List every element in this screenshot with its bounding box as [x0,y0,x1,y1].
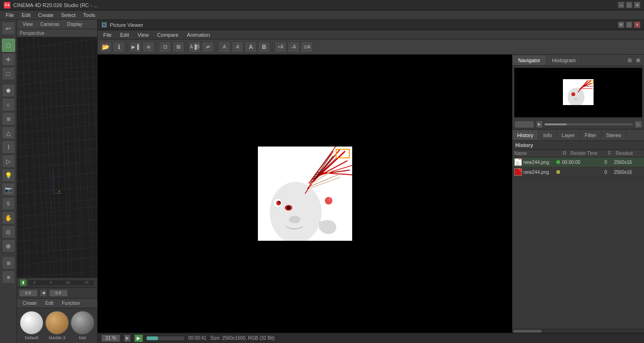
pv-region1-btn[interactable]: ⊡ [159,41,171,53]
display-tab[interactable]: Display [63,21,86,28]
pv-menu-file[interactable]: File [99,31,116,39]
window-controls: ─ □ ✕ [618,2,640,8]
menu-edit[interactable]: Edit [18,11,34,19]
materials-list: Default Marble 3 Mat [17,308,97,343]
history-tab[interactable]: History [512,131,538,140]
svg-rect-38 [515,169,522,176]
pv-ab-btn[interactable]: A▐B [189,41,201,53]
pv-compare-btn[interactable]: ⊕ [142,41,155,53]
prev-frame-btn[interactable]: ◀ [40,289,47,297]
mat-function-tab[interactable]: Function [58,300,83,307]
pv-menu-compare[interactable]: Compare [153,31,182,39]
pv-swap-btn[interactable]: ⇌ [202,41,214,53]
zoom-step-btn[interactable] [536,121,543,128]
menu-select[interactable]: Select [58,11,80,19]
pv-close-btn[interactable]: ✕ [634,22,640,28]
menu-tools[interactable]: Tools [79,11,99,19]
timeline-track[interactable]: 0 5 10 15 [28,280,94,286]
pv-layout-btn[interactable]: ⊟ [618,22,624,28]
pv-open-btn[interactable]: 📂 [99,41,112,53]
view-tab[interactable]: View [19,21,37,28]
play-button[interactable]: ▶ [134,335,143,342]
pv-maximize-btn[interactable]: □ [626,22,632,28]
svg-point-32 [571,92,575,96]
stereo-tab[interactable]: Stereo [602,131,627,140]
cube-tool-btn[interactable]: ⬟ [2,84,15,97]
undo-icon[interactable]: ↩ [2,22,15,35]
pv-zoom-step[interactable] [124,335,131,342]
frame-end-input[interactable] [49,289,68,297]
history-row-1[interactable]: new244.png 00:00:00 0 2560x16 [512,157,644,167]
menu-create[interactable]: Create [34,11,58,19]
material-marble[interactable]: Marble 3 [45,311,69,340]
scene-tool-btn[interactable]: ⊙ [2,225,15,238]
pv-char-b-btn[interactable]: B [258,41,270,53]
pv-region2-btn[interactable]: ⊠ [172,41,184,53]
col-resolution-header: Resoluti [616,151,642,156]
panel-expand-btn[interactable]: ⊞ [635,57,642,64]
zoom-end-btn[interactable]: ▷ [635,121,642,128]
timeline-btn[interactable]: ⊗ [2,270,15,284]
marble-label: Marble 3 [49,335,65,340]
pv-zoom-in-btn[interactable]: +A [274,41,287,53]
sky-tool-btn[interactable]: S [2,197,15,210]
history-title-bar: History [512,141,644,150]
move-tool-btn[interactable]: ✛ [2,53,15,66]
cameras-tab[interactable]: Cameras [37,21,64,28]
light-tool-btn[interactable]: 💡 [2,169,15,182]
close-button[interactable]: ✕ [634,2,640,8]
pv-canvas[interactable] [98,55,512,333]
navigator-tab[interactable]: Navigator [512,56,546,65]
history-row-2[interactable]: new244.png 0 2560x16 [512,167,644,177]
3d-viewport[interactable] [17,37,97,278]
material-default[interactable]: Default [20,311,43,340]
pv-time-display: 00:00:41 [188,335,206,341]
right-panel-scrollbar[interactable] [512,329,644,333]
layers-btn[interactable]: ⊞ [2,256,15,270]
title-bar-left: C4 CINEMA 4D R20.026 Studio (RC - ... [4,2,98,8]
pv-zoom-input[interactable] [101,335,120,342]
panel-split-btn[interactable]: ⊟ [626,57,634,64]
pv-render-btn[interactable]: ▶▐ [129,41,141,53]
svg-point-22 [276,201,281,205]
spline-tool-btn[interactable]: △ [2,126,15,139]
pv-menu-view[interactable]: View [134,31,153,39]
histogram-tab[interactable]: Histogram [546,56,582,65]
frame-start-input[interactable] [19,289,38,297]
scrollbar-thumb[interactable] [513,330,542,333]
zoom-slider-track[interactable] [545,123,633,125]
pv-char-a-btn[interactable]: A [245,41,257,53]
pv-text1-btn[interactable]: A [218,41,231,53]
minimize-button[interactable]: ─ [618,2,624,8]
pv-zoom-out-btn[interactable]: -A [288,41,300,53]
zoom-value-input[interactable]: 31 % [514,121,534,128]
frame-controls: ◀ [17,287,97,298]
camera-tool-btn[interactable]: 📷 [2,183,15,196]
pv-reset-btn[interactable]: ⊙A [301,41,313,53]
pv-info-btn[interactable]: ℹ [113,41,125,53]
pv-menu-edit[interactable]: Edit [116,31,133,39]
row1-status-dot [556,160,560,164]
transform-tool-btn[interactable]: □ [2,67,15,80]
mat-create-tab[interactable]: Create [19,300,41,307]
null-tool-btn[interactable]: ○ [2,98,15,111]
nav-thumb-container [563,79,594,106]
pv-text2-btn[interactable]: A [231,41,244,53]
paint-tool-btn[interactable]: ✋ [2,211,15,224]
layer-tab[interactable]: Layer [557,131,580,140]
pv-menu-animation[interactable]: Animation [183,31,214,39]
deformer-tool-btn[interactable]: ⌇ [2,140,15,154]
extra-tool-btn[interactable]: ⊕ [2,239,15,253]
row1-status-cell [554,160,562,164]
material-mat[interactable]: Mat [71,311,94,340]
materials-tab-bar: Create Edit Function [17,299,97,308]
select-tool-btn[interactable]: ⬡ [2,39,15,52]
maximize-button[interactable]: □ [626,2,632,8]
mat-edit-tab[interactable]: Edit [41,300,57,307]
menu-file[interactable]: File [2,11,18,19]
info-tab[interactable]: Info [538,131,557,140]
layer-tool-btn[interactable]: ⊞ [2,112,15,125]
render-svg [258,147,352,241]
boole-tool-btn[interactable]: ▷ [2,155,15,168]
filter-tab[interactable]: Filter [580,131,601,140]
